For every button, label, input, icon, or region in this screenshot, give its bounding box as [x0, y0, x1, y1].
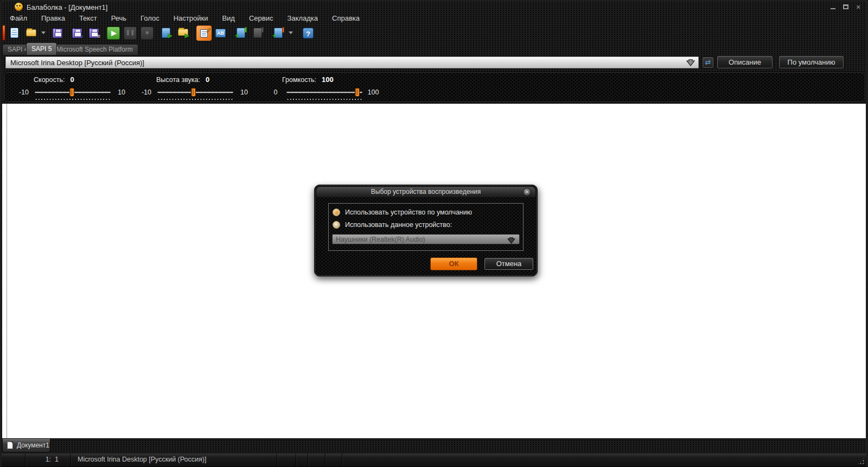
- bookmark-note-icon[interactable]: +: [272, 27, 285, 40]
- cancel-button[interactable]: Отмена: [484, 257, 534, 270]
- rate-slider-thumb[interactable]: [69, 88, 74, 97]
- pitch-slider-group: Высота звука:0 -10 10: [138, 75, 263, 100]
- play-icon[interactable]: ▶: [107, 27, 120, 40]
- status-cell: [308, 453, 326, 466]
- pitch-slider[interactable]: [157, 87, 233, 98]
- minimize-button[interactable]: [829, 4, 837, 10]
- menu-edit[interactable]: Правка: [34, 13, 72, 23]
- toolbar: ♪ ≡ ▶ ❚❚ ■ ▶ ▶ AB + + ?: [2, 24, 866, 42]
- menu-help[interactable]: Справка: [325, 13, 367, 23]
- new-document-icon[interactable]: [8, 27, 21, 40]
- pitch-value: 0: [206, 75, 209, 84]
- menu-voice[interactable]: Голос: [133, 13, 167, 23]
- close-button[interactable]: ✕: [854, 4, 862, 10]
- status-cursor-position: 1: 1: [25, 453, 71, 466]
- rate-slider[interactable]: [35, 87, 111, 98]
- voice-parameters-panel: Скорость:0 -10 10 Высота звука:0 -10 10 …: [3, 72, 866, 103]
- rate-value: 0: [70, 75, 74, 84]
- voice-row: Microsoft Irina Desktop [Русский (Россия…: [2, 55, 866, 71]
- pitch-slider-thumb[interactable]: [191, 88, 196, 97]
- open-file-dropdown-icon[interactable]: [41, 31, 46, 34]
- save-audio-file-icon[interactable]: ♪: [71, 27, 84, 40]
- volume-min: 0: [267, 89, 284, 96]
- device-select[interactable]: Наушники (Realtek(R) Audio): [332, 234, 520, 244]
- document-tab-label: Документ1: [17, 441, 49, 449]
- voice-description-button[interactable]: Описание: [717, 55, 773, 69]
- menu-view[interactable]: Вид: [215, 13, 242, 23]
- open-file-icon[interactable]: [25, 27, 38, 40]
- pause-icon: ❚❚: [124, 27, 137, 40]
- save-audio-and-text-icon[interactable]: ≡: [87, 27, 100, 40]
- read-file-icon[interactable]: ▶: [160, 27, 173, 40]
- menu-text[interactable]: Текст: [72, 13, 104, 23]
- pitch-min: -10: [138, 89, 155, 96]
- rate-min: -10: [16, 89, 32, 96]
- document-tab-strip: Документ1: [2, 438, 866, 453]
- maximize-button[interactable]: [842, 4, 850, 10]
- playback-device-dialog: Выбор устройства воспроизведения ✕ Испол…: [314, 185, 538, 276]
- status-cell: [326, 453, 342, 466]
- watch-clipboard-icon[interactable]: [197, 27, 210, 40]
- radio-row-custom-device[interactable]: Использовать данное устройство:: [333, 221, 452, 229]
- status-current-voice: Microsoft Irina Desktop [Русский (Россия…: [71, 453, 277, 466]
- menu-service[interactable]: Сервис: [242, 13, 280, 23]
- voice-selected-value: Microsoft Irina Desktop [Русский (Россия…: [10, 59, 144, 67]
- menu-settings[interactable]: Настройки: [167, 13, 215, 23]
- dictionary-icon[interactable]: AB: [214, 27, 227, 40]
- volume-label: Громкость:: [282, 76, 316, 84]
- device-selected-value: Наушники (Realtek(R) Audio): [336, 236, 425, 243]
- volume-ticks: [286, 98, 362, 100]
- title-bar: Балаболка - [Документ1] ✕: [2, 2, 866, 12]
- window-title: Балаболка - [Документ1]: [27, 3, 107, 11]
- refresh-voices-button[interactable]: ⇄: [702, 56, 714, 68]
- device-dropdown-arrow[interactable]: [507, 237, 515, 244]
- pitch-max: 10: [236, 89, 252, 96]
- tab-sapi5[interactable]: SAPI 5: [26, 42, 57, 55]
- status-bar: 1: 1 Microsoft Irina Desktop [Русский (Р…: [2, 453, 866, 466]
- tab-microsoft-speech-platform[interactable]: Microsoft Speech Platform: [51, 44, 138, 55]
- voice-default-button[interactable]: По умолчанию: [778, 55, 844, 69]
- pitch-label: Высота звука:: [156, 76, 200, 84]
- status-cell-empty: [2, 453, 25, 466]
- ok-button[interactable]: ОК: [430, 257, 477, 270]
- menu-bar: Файл Правка Текст Речь Голос Настройки В…: [2, 12, 866, 24]
- volume-slider[interactable]: [286, 87, 362, 98]
- document-tab[interactable]: Документ1: [2, 439, 50, 452]
- device-options-group: Использовать устройство по умолчанию Исп…: [328, 203, 524, 251]
- voice-dropdown-arrow[interactable]: [686, 59, 695, 66]
- default-device-radio[interactable]: [333, 209, 340, 216]
- voice-engine-tabs: SAPI 4 SAPI 5 Microsoft Speech Platform: [2, 42, 866, 55]
- menu-speech[interactable]: Речь: [104, 13, 133, 23]
- radio-row-default-device[interactable]: Использовать устройство по умолчанию: [333, 209, 472, 216]
- save-icon[interactable]: [51, 27, 64, 40]
- custom-device-radio[interactable]: [333, 221, 340, 229]
- stop-icon: ■: [141, 27, 154, 40]
- volume-value: 100: [322, 75, 334, 84]
- pitch-ticks: [157, 98, 233, 100]
- status-cell-fill: [342, 453, 866, 466]
- rate-max: 10: [113, 89, 130, 96]
- volume-slider-thumb[interactable]: [355, 88, 360, 97]
- rate-ticks: [35, 98, 111, 100]
- dialog-close-icon[interactable]: ✕: [523, 188, 531, 196]
- rate-label: Скорость:: [34, 76, 65, 84]
- bookmarks-disabled-icon: [252, 27, 265, 40]
- add-bookmark-icon[interactable]: +: [235, 27, 248, 40]
- bookmark-dropdown-icon[interactable]: [289, 31, 293, 34]
- custom-device-label: Использовать данное устройство:: [345, 221, 452, 229]
- app-window: Балаболка - [Документ1] ✕ Файл Правка Те…: [0, 0, 868, 467]
- document-icon: [7, 441, 13, 449]
- toolbar-grip[interactable]: [2, 25, 5, 41]
- menu-bookmark[interactable]: Закладка: [280, 13, 325, 23]
- status-cell: [296, 453, 308, 466]
- dialog-title-bar: Выбор устройства воспроизведения: [316, 187, 535, 197]
- help-icon[interactable]: ?: [302, 27, 315, 40]
- balabolka-app-icon: [15, 3, 23, 11]
- batch-conversion-icon[interactable]: ▶: [177, 27, 190, 40]
- editor-margin-line: [7, 104, 7, 438]
- menu-file[interactable]: Файл: [3, 13, 34, 23]
- voice-select[interactable]: Microsoft Irina Desktop [Русский (Россия…: [5, 56, 699, 69]
- status-cell: [277, 453, 296, 466]
- volume-max: 100: [365, 89, 381, 96]
- default-device-label: Использовать устройство по умолчанию: [345, 209, 472, 216]
